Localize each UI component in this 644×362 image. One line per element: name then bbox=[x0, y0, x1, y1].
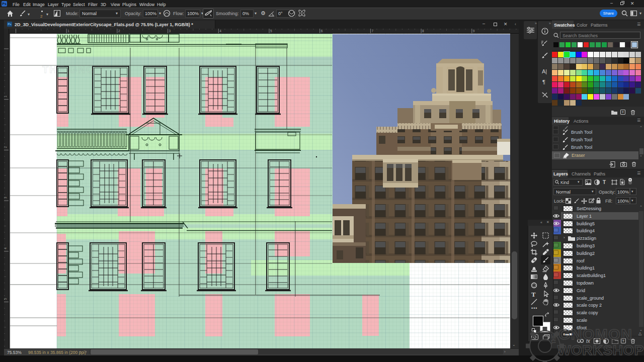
svg-text:4: 4 bbox=[4, 247, 7, 249]
svg-text:THE: THE bbox=[551, 334, 556, 344]
svg-text:THE GNO: THE GNO bbox=[42, 64, 95, 75]
svg-text:3: 3 bbox=[169, 29, 171, 33]
svg-text:WORKSHOP: WORKSHOP bbox=[557, 342, 644, 358]
svg-text:3: 3 bbox=[4, 197, 7, 199]
svg-text:1: 1 bbox=[67, 29, 69, 33]
svg-text:7: 7 bbox=[371, 29, 373, 33]
svg-text:2: 2 bbox=[118, 29, 120, 33]
svg-text:2: 2 bbox=[4, 146, 7, 148]
svg-text:6: 6 bbox=[321, 29, 323, 33]
svg-text:8: 8 bbox=[422, 29, 424, 33]
svg-text:GNOMON: GNOMON bbox=[558, 326, 632, 342]
svg-text:9: 9 bbox=[473, 29, 475, 33]
svg-text:5: 5 bbox=[270, 29, 272, 33]
svg-text:5: 5 bbox=[4, 298, 7, 300]
svg-text:4: 4 bbox=[219, 29, 221, 33]
svg-text:1: 1 bbox=[4, 96, 7, 98]
